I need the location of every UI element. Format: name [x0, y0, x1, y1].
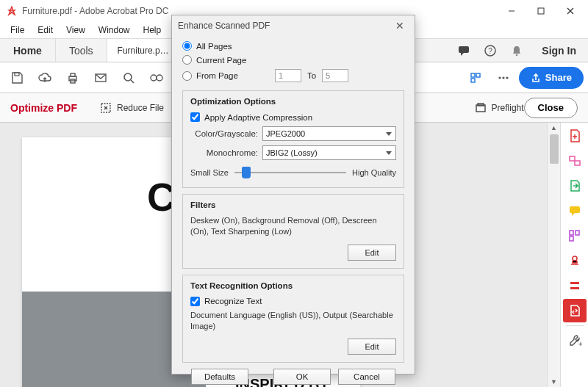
svg-rect-28: [570, 206, 580, 213]
close-window-button[interactable]: [556, 2, 585, 20]
color-grayscale-label: Color/Grayscale:: [190, 129, 258, 138]
share-icon: [531, 73, 541, 83]
tab-home[interactable]: Home: [0, 39, 56, 62]
ok-button[interactable]: OK: [273, 369, 331, 385]
bell-icon[interactable]: [503, 39, 530, 62]
rp-stamp-icon[interactable]: [563, 249, 587, 272]
share-button[interactable]: Share: [519, 67, 584, 89]
reduce-icon: [99, 101, 112, 115]
filters-title: Filters: [190, 200, 396, 209]
text-recognition-title: Text Recognition Options: [190, 281, 396, 290]
recognize-text-label: Recognize Text: [204, 297, 262, 305]
dialog-titlebar[interactable]: Enhance Scanned PDF ✕: [172, 15, 415, 36]
svg-rect-17: [471, 73, 475, 77]
search-icon[interactable]: [116, 65, 141, 90]
adaptive-compression-checkbox[interactable]: [190, 112, 200, 122]
from-page-input[interactable]: [275, 69, 301, 82]
ocr-summary: Document Language (English (US)), Output…: [190, 308, 396, 335]
text-recognition-group: Text Recognition Options Recognize Text …: [182, 275, 404, 364]
ocr-edit-button[interactable]: Edit: [348, 339, 396, 355]
filters-group: Filters Deskew (On), Background Removal …: [182, 194, 404, 269]
vertical-scrollbar[interactable]: ▲ ▼: [547, 123, 560, 387]
defaults-button[interactable]: Defaults: [191, 369, 248, 385]
preflight-icon: [474, 101, 487, 115]
svg-rect-33: [570, 282, 579, 284]
menu-file[interactable]: File: [4, 23, 30, 37]
all-pages-radio[interactable]: [182, 41, 192, 51]
help-icon[interactable]: ?: [477, 39, 503, 62]
svg-point-20: [498, 76, 501, 79]
optimization-options-group: Optimization Options Apply Adaptive Comp…: [182, 90, 404, 188]
rp-export-icon[interactable]: [563, 174, 587, 198]
menu-help[interactable]: Help: [137, 23, 168, 37]
svg-point-22: [506, 76, 508, 79]
svg-text:+: +: [578, 340, 582, 348]
to-page-input[interactable]: [322, 69, 348, 82]
svg-rect-29: [570, 231, 573, 235]
dialog-close-icon[interactable]: ✕: [391, 18, 409, 33]
menu-edit[interactable]: Edit: [32, 23, 59, 37]
more-icon[interactable]: [491, 65, 516, 90]
right-tool-panel: +: [560, 123, 588, 387]
dialog-title: Enhance Scanned PDF: [178, 21, 270, 31]
recognize-text-checkbox[interactable]: [190, 297, 200, 306]
scan-icon[interactable]: [463, 65, 488, 90]
tab-document[interactable]: Furniture.p…: [107, 39, 180, 62]
menu-window[interactable]: Window: [93, 23, 136, 37]
preflight-button[interactable]: Preflight: [474, 101, 524, 115]
scroll-down-arrow-icon[interactable]: ▼: [548, 377, 560, 387]
quality-slider[interactable]: [234, 165, 346, 180]
print-icon[interactable]: [60, 65, 85, 90]
svg-rect-26: [570, 156, 575, 161]
minimize-button[interactable]: [497, 2, 526, 20]
scroll-thumb[interactable]: [550, 134, 559, 164]
rp-comment-icon[interactable]: [563, 199, 587, 223]
current-page-radio[interactable]: [182, 55, 192, 65]
rp-combine-icon[interactable]: [563, 149, 587, 173]
svg-rect-19: [471, 79, 475, 82]
filters-edit-button[interactable]: Edit: [348, 245, 396, 261]
rp-more-tools-icon[interactable]: +: [563, 329, 587, 352]
svg-rect-31: [570, 236, 573, 241]
rp-organize-icon[interactable]: [563, 224, 587, 247]
filters-summary: Deskew (On), Background Removal (Off), D…: [190, 214, 396, 240]
mail-icon[interactable]: [88, 65, 113, 90]
cloud-icon[interactable]: [32, 65, 57, 90]
svg-point-13: [124, 73, 132, 81]
svg-rect-27: [575, 161, 580, 165]
tab-tools[interactable]: Tools: [56, 39, 107, 62]
color-grayscale-select[interactable]: JPEG2000: [262, 126, 396, 141]
current-page-label: Current Page: [196, 56, 246, 65]
optimization-options-title: Optimization Options: [190, 97, 396, 106]
scroll-up-arrow-icon[interactable]: ▲: [548, 123, 560, 133]
svg-point-7: [516, 54, 518, 56]
svg-rect-34: [570, 287, 579, 289]
cancel-button[interactable]: Cancel: [338, 369, 395, 385]
small-size-label: Small Size: [190, 168, 229, 177]
svg-rect-18: [476, 73, 480, 77]
reduce-file-button[interactable]: Reduce File: [99, 101, 164, 115]
share-label: Share: [545, 72, 572, 83]
rp-create-pdf-icon[interactable]: [563, 124, 587, 148]
speech-bubble-icon[interactable]: [451, 39, 477, 62]
from-page-radio[interactable]: [182, 71, 192, 81]
sign-in-button[interactable]: Sign In: [530, 39, 588, 62]
all-pages-label: All Pages: [196, 42, 232, 51]
save-icon[interactable]: [4, 65, 29, 90]
high-quality-label: High Quality: [352, 168, 396, 177]
svg-rect-30: [576, 231, 579, 235]
maximize-button[interactable]: [526, 2, 556, 20]
rp-redact-icon[interactable]: [563, 274, 587, 297]
menu-view[interactable]: View: [60, 23, 91, 37]
svg-rect-4: [459, 46, 469, 53]
optimize-pdf-label: Optimize PDF: [10, 102, 77, 114]
close-panel-button[interactable]: Close: [524, 98, 578, 118]
adaptive-compression-label: Apply Adaptive Compression: [204, 113, 312, 122]
monochrome-label: Monochrome:: [190, 148, 258, 157]
rp-optimize-icon[interactable]: [563, 299, 587, 322]
svg-text:?: ?: [489, 47, 493, 55]
zoom-icon[interactable]: [144, 65, 169, 90]
acrobat-logo-icon: [6, 5, 18, 17]
svg-rect-8: [15, 73, 19, 76]
monochrome-select[interactable]: JBIG2 (Lossy): [262, 145, 396, 160]
